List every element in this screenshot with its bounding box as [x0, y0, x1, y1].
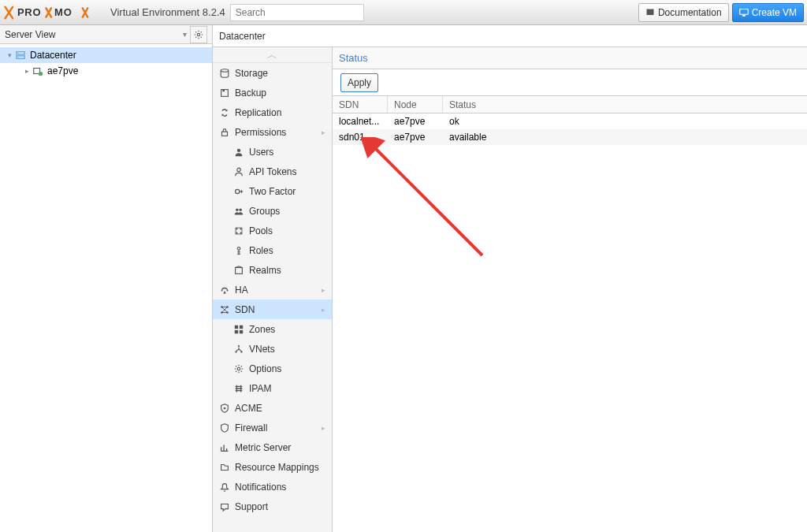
nav-item-acme[interactable]: ACME	[213, 398, 332, 418]
search-input[interactable]	[230, 4, 364, 21]
documentation-label: Documentation	[658, 7, 722, 18]
notifications-icon	[219, 482, 230, 493]
create-vm-button[interactable]: Create VM	[732, 3, 804, 22]
ha-icon	[219, 285, 230, 296]
table-row[interactable]: sdn01ae7pveavailable	[333, 129, 807, 145]
table-body: localnet...ae7pveoksdn01ae7pveavailable	[333, 113, 807, 145]
cell-status: available	[443, 132, 807, 143]
apply-label: Apply	[348, 77, 371, 88]
ipam-icon	[233, 383, 244, 394]
svg-line-40	[372, 145, 482, 255]
nav-item-label: Backup	[235, 87, 266, 99]
nav-item-label: Notifications	[235, 482, 286, 493]
svg-point-11	[221, 69, 229, 72]
svg-point-39	[224, 407, 226, 409]
mappings-icon	[219, 462, 230, 473]
section-header: Status	[333, 47, 807, 69]
nav-item-users[interactable]: Users	[213, 142, 332, 162]
monitor-icon	[739, 8, 749, 17]
tree-settings-button[interactable]	[190, 26, 207, 43]
svg-rect-26	[236, 267, 243, 273]
nav-item-metric-server[interactable]: Metric Server	[213, 437, 332, 457]
nav-item-pools[interactable]: Pools	[213, 221, 332, 240]
expand-icon[interactable]: ▾	[5, 51, 14, 59]
documentation-button[interactable]: Documentation	[638, 3, 729, 22]
toolbar: Apply	[333, 69, 807, 96]
col-header-status[interactable]: Status	[443, 96, 807, 113]
scroll-up-button[interactable]: ︿	[213, 47, 332, 63]
view-selector-label: Server View	[5, 29, 55, 40]
nav-item-firewall[interactable]: Firewall▸	[213, 418, 332, 437]
nav-item-groups[interactable]: Groups	[213, 201, 332, 221]
nav-item-label: Realms	[249, 265, 281, 276]
nav-item-options[interactable]: Options	[213, 359, 332, 378]
expand-icon[interactable]: ▸	[22, 67, 32, 75]
col-header-sdn[interactable]: SDN	[333, 96, 388, 113]
col-header-node[interactable]: Node	[388, 96, 443, 113]
svg-point-10	[39, 72, 43, 76]
nav-item-roles[interactable]: Roles	[213, 240, 332, 260]
nav-item-storage[interactable]: Storage	[213, 63, 332, 83]
tree-node-host[interactable]: ▸ ae7pve	[0, 63, 212, 79]
chevron-right-icon: ▸	[322, 128, 325, 136]
zones-icon	[233, 324, 244, 335]
roles-icon	[233, 245, 244, 256]
svg-rect-3	[742, 15, 745, 17]
node-icon	[32, 65, 44, 77]
nav-item-sdn[interactable]: SDN▸	[213, 299, 332, 319]
nav-item-notifications[interactable]: Notifications	[213, 477, 332, 497]
svg-rect-14	[222, 132, 228, 136]
svg-text:PRO: PRO	[17, 6, 42, 18]
nav-item-vnets[interactable]: VNets	[213, 339, 332, 359]
support-icon	[219, 501, 230, 512]
svg-rect-31	[235, 325, 238, 328]
apply-button[interactable]: Apply	[340, 73, 378, 92]
twofactor-icon	[233, 186, 244, 197]
replication-icon	[219, 107, 230, 118]
tree-node-datacenter[interactable]: ▾ Datacenter	[0, 47, 212, 63]
nav-item-label: SDN	[235, 304, 255, 315]
resource-tree: ▾ Datacenter ▸ ae7pve	[0, 44, 212, 532]
svg-point-7	[17, 53, 18, 54]
nav-item-label: Support	[235, 501, 268, 512]
cell-node: ae7pve	[388, 116, 443, 127]
sdn-icon	[219, 304, 230, 315]
nav-item-realms[interactable]: Realms	[213, 260, 332, 280]
nav-item-label: Permissions	[235, 127, 286, 138]
nav-item-two-factor[interactable]: Two Factor	[213, 181, 332, 201]
svg-point-8	[17, 57, 18, 58]
nav-item-label: API Tokens	[249, 166, 296, 177]
nav-item-replication[interactable]: Replication	[213, 102, 332, 122]
chevron-right-icon: ▸	[322, 286, 325, 294]
svg-rect-33	[235, 329, 238, 333]
svg-point-15	[237, 148, 240, 151]
svg-point-16	[237, 168, 240, 171]
nav-item-api-tokens[interactable]: API Tokens	[213, 162, 332, 181]
nav-item-zones[interactable]: Zones	[213, 319, 332, 339]
gear-icon	[194, 30, 203, 39]
proxmox-logo-icon: PRO MO	[3, 5, 106, 20]
nav-item-support[interactable]: Support	[213, 497, 332, 516]
nav-item-label: HA	[235, 285, 248, 296]
svg-point-19	[239, 208, 242, 211]
permissions-icon	[219, 127, 230, 138]
svg-point-17	[236, 189, 240, 193]
nav-item-label: Users	[249, 147, 273, 158]
server-icon	[14, 49, 27, 61]
nav-item-label: Groups	[249, 206, 280, 217]
svg-rect-32	[240, 325, 243, 328]
nav-item-ipam[interactable]: IPAM	[213, 378, 332, 398]
view-selector[interactable]: Server View ▾	[0, 25, 212, 44]
chevron-up-icon: ︿	[267, 48, 277, 62]
nav-item-resource-mappings[interactable]: Resource Mappings	[213, 457, 332, 477]
acme-icon	[219, 403, 230, 414]
svg-point-4	[197, 33, 199, 35]
nav-item-ha[interactable]: HA▸	[213, 280, 332, 299]
table-row[interactable]: localnet...ae7pveok	[333, 113, 807, 129]
nav-item-permissions[interactable]: Permissions▸	[213, 122, 332, 142]
cell-sdn: sdn01	[333, 132, 388, 143]
nav-item-backup[interactable]: Backup	[213, 83, 332, 102]
nav-item-label: Storage	[235, 68, 268, 79]
tree-node-label: ae7pve	[47, 65, 78, 76]
resource-tree-panel: Server View ▾ ▾ Datacenter ▸ ae7pv	[0, 25, 213, 532]
